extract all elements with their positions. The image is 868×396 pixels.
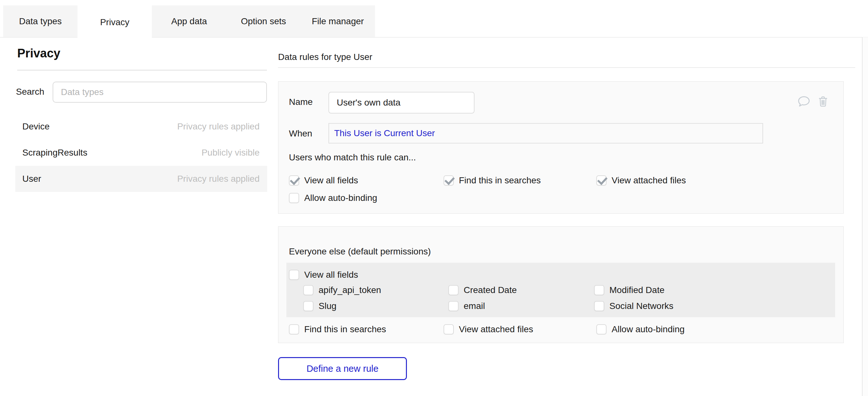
checkbox-label: Allow auto-binding (612, 324, 685, 334)
datatype-name: ScrapingResults (22, 148, 87, 158)
rule-name-input[interactable] (329, 92, 474, 114)
tab-app-data[interactable]: App data (152, 5, 226, 37)
allow-auto-binding-checkbox[interactable] (289, 193, 299, 203)
checkbox-label: Find this in searches (459, 175, 541, 186)
tab-option-sets[interactable]: Option sets (226, 5, 301, 37)
datatype-name: Device (22, 121, 50, 132)
datatype-row-user[interactable]: User Privacy rules applied (15, 166, 267, 192)
when-condition-text[interactable]: This User is Current User (334, 128, 435, 139)
checkbox-label: Slug (318, 301, 336, 311)
find-in-searches-checkbox[interactable] (289, 324, 299, 334)
data-rules-title: Data rules for type User (278, 52, 372, 62)
field-modified-date: Modified Date (594, 285, 664, 296)
field-apify-api-token: apify_api_token (303, 285, 381, 296)
default-permissions-card: Everyone else (default permissions) View… (278, 226, 844, 343)
tab-privacy[interactable]: Privacy (78, 5, 152, 39)
perm-find-in-searches: Find this in searches (443, 175, 541, 186)
field-checkbox[interactable] (448, 285, 459, 295)
tab-data-types[interactable]: Data types (3, 5, 78, 37)
perm-view-attached-files-default: View attached files (443, 324, 533, 335)
tab-file-manager[interactable]: File manager (301, 5, 375, 37)
checkbox-label: View attached files (459, 324, 533, 334)
field-checkbox[interactable] (303, 301, 313, 311)
view-all-fields-checkbox[interactable] (289, 175, 299, 186)
main-divider (278, 67, 855, 68)
view-all-fields-checkbox[interactable] (289, 270, 299, 280)
checkbox-label: Find this in searches (304, 324, 386, 334)
perm-view-attached-files: View attached files (596, 175, 686, 186)
page-title: Privacy (17, 47, 60, 60)
find-in-searches-checkbox[interactable] (443, 175, 454, 186)
field-slug: Slug (303, 301, 336, 311)
view-attached-files-checkbox[interactable] (443, 324, 454, 334)
rule-card-actions (797, 94, 829, 109)
field-created-date: Created Date (448, 285, 517, 296)
datatype-row-scrapingresults[interactable]: ScrapingResults Publicly visible (15, 140, 267, 166)
checkbox-label: View attached files (612, 175, 686, 186)
field-checkbox[interactable] (448, 301, 459, 311)
tabbar: Data types Privacy App data Option sets … (3, 5, 375, 37)
allow-auto-binding-checkbox[interactable] (596, 324, 607, 334)
perm-view-all-fields-default: View all fields (289, 269, 358, 280)
field-social-networks: Social Networks (594, 301, 674, 311)
checkbox-label: View all fields (304, 175, 358, 186)
checkbox-label: Allow auto-binding (304, 193, 377, 203)
field-checkbox[interactable] (594, 301, 604, 311)
search-input[interactable] (53, 82, 267, 103)
trash-icon[interactable] (817, 94, 829, 109)
field-checkbox[interactable] (303, 285, 313, 295)
vertical-scrollbar[interactable] (862, 37, 868, 396)
checkbox-label: Modified Date (609, 285, 664, 295)
field-email: email (448, 301, 485, 311)
default-card-title: Everyone else (default permissions) (289, 246, 431, 257)
checkbox-label: email (464, 301, 485, 311)
perm-allow-auto-binding-default: Allow auto-binding (596, 324, 685, 335)
datatype-status: Privacy rules applied (177, 121, 259, 132)
rule-card: Name When This User is Current User Use (278, 81, 844, 214)
checkbox-label: apify_api_token (318, 285, 381, 295)
checkbox-label: View all fields (304, 270, 358, 280)
define-new-rule-button[interactable]: Define a new rule (278, 357, 407, 380)
when-label: When (289, 128, 312, 139)
sidebar-divider (17, 70, 267, 70)
privacy-settings-page: Data types Privacy App data Option sets … (0, 0, 868, 396)
perm-allow-auto-binding: Allow auto-binding (289, 192, 377, 204)
datatype-status: Privacy rules applied (177, 174, 259, 184)
checkbox-label: Social Networks (609, 301, 674, 311)
perm-find-in-searches-default: Find this in searches (289, 324, 386, 335)
datatype-status: Publicly visible (202, 148, 259, 158)
datatype-row-device[interactable]: Device Privacy rules applied (15, 114, 267, 140)
view-attached-files-checkbox[interactable] (596, 175, 607, 186)
checkbox-label: Created Date (464, 285, 517, 295)
comment-icon[interactable] (797, 94, 811, 109)
search-label: Search (16, 87, 44, 97)
permissions-intro: Users who match this rule can... (289, 152, 416, 162)
when-condition-box[interactable]: This User is Current User (329, 123, 763, 144)
datatype-name: User (22, 174, 41, 184)
field-checkbox[interactable] (594, 285, 604, 295)
perm-view-all-fields: View all fields (289, 175, 358, 186)
name-label: Name (289, 97, 313, 107)
